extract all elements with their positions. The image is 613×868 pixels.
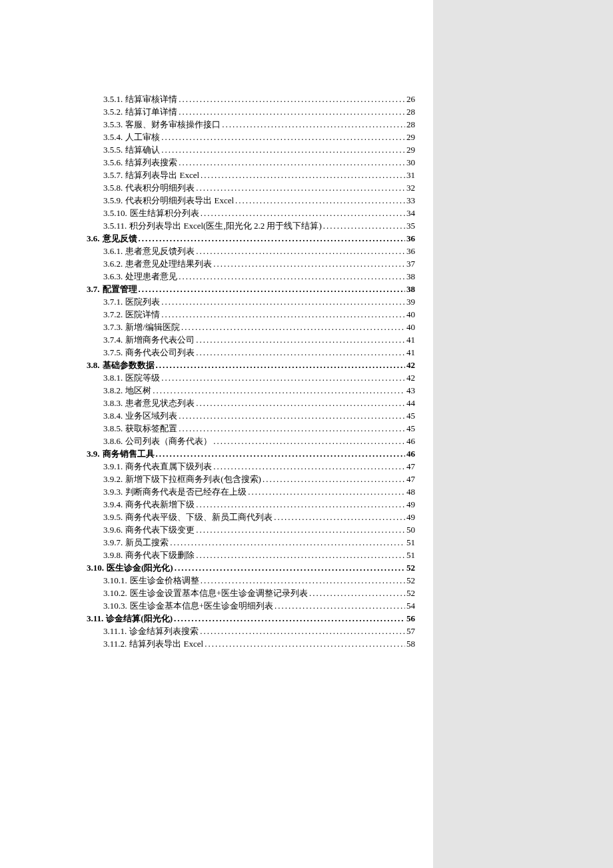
toc-leader-dots: ........................................… xyxy=(196,347,405,359)
toc-entry[interactable]: 3.11.1.诊金结算列表搜索.........................… xyxy=(13,625,420,637)
toc-entry[interactable]: 3.7.2.医院详情..............................… xyxy=(13,309,420,321)
toc-entry[interactable]: 3.9.8.商务代表下级删除..........................… xyxy=(13,549,420,561)
toc-leader-dots: ........................................… xyxy=(309,587,405,599)
toc-number: 3.10.2. xyxy=(103,587,127,599)
toc-leader-dots: ........................................… xyxy=(179,93,405,105)
toc-number: 3.7.3. xyxy=(103,321,123,333)
toc-entry[interactable]: 3.7.1.医院列表..............................… xyxy=(13,296,420,308)
toc-leader-dots: ........................................… xyxy=(274,511,405,523)
toc-entry[interactable]: 3.8.4.业务区域列表............................… xyxy=(13,410,420,422)
toc-entry[interactable]: 3.9.4.商务代表新增下级..........................… xyxy=(13,499,420,511)
toc-entry[interactable]: 3.9.7.新员工搜索.............................… xyxy=(13,537,420,549)
toc-entry[interactable]: 3.5.3.客服、财务审核操作接口.......................… xyxy=(13,119,420,131)
toc-page-number: 37 xyxy=(406,258,420,270)
toc-entry[interactable]: 3.5.5.结算确认..............................… xyxy=(13,144,420,156)
toc-entry[interactable]: 3.7.配置管理................................… xyxy=(13,283,420,295)
toc-number: 3.7. xyxy=(87,283,100,295)
toc-entry[interactable]: 3.10.1.医生诊金价格调整.........................… xyxy=(13,575,420,587)
toc-entry[interactable]: 3.10.2.医生诊金设置基本信息+医生诊金调整记录列表............… xyxy=(13,587,420,599)
toc-number: 3.5.2. xyxy=(103,106,123,118)
toc-entry[interactable]: 3.6.3.处理患者意见............................… xyxy=(13,271,420,283)
toc-number: 3.10.1. xyxy=(103,575,127,587)
toc-leader-dots: ........................................… xyxy=(200,625,405,637)
toc-number: 3.5.7. xyxy=(103,169,123,181)
toc-page-number: 43 xyxy=(406,385,420,397)
toc-entry[interactable]: 3.8.6.公司列表（商务代表）........................… xyxy=(13,435,420,447)
toc-entry[interactable]: 3.10.医生诊金(阳光化)..........................… xyxy=(13,562,420,574)
toc-leader-dots: ........................................… xyxy=(222,119,405,131)
toc-entry[interactable]: 3.11.2.结算列表导出 Excel.....................… xyxy=(13,638,420,650)
toc-page-number: 34 xyxy=(406,207,420,219)
toc-page-number: 52 xyxy=(406,587,420,599)
toc-title: 客服、财务审核操作接口 xyxy=(125,119,221,131)
toc-entry[interactable]: 3.9.商务销售工具..............................… xyxy=(13,448,420,460)
toc-title: 公司列表（商务代表） xyxy=(125,435,212,447)
document-page: 3.5.1.结算审核详情............................… xyxy=(0,0,433,868)
toc-number: 3.9.5. xyxy=(103,511,123,523)
toc-entry[interactable]: 3.10.3.医生诊金基本信息+医生诊金明细列表................… xyxy=(13,600,420,612)
toc-number: 3.9.4. xyxy=(103,499,123,511)
toc-title: 商务代表下级删除 xyxy=(125,549,195,561)
page-shadow xyxy=(433,0,613,868)
toc-entry[interactable]: 3.5.11.积分列表导出 Excel(医生,阳光化 2.2 用于线下结算)..… xyxy=(13,220,420,232)
toc-entry[interactable]: 3.5.7.结算列表导出 Excel......................… xyxy=(13,169,420,181)
toc-page-number: 58 xyxy=(406,638,420,650)
toc-entry[interactable]: 3.5.2.结算订单详情............................… xyxy=(13,106,420,118)
toc-leader-dots: ........................................… xyxy=(156,448,406,460)
toc-page-number: 40 xyxy=(406,309,420,321)
toc-leader-dots: ........................................… xyxy=(175,562,405,574)
toc-number: 3.11.1. xyxy=(103,625,127,637)
toc-title: 代表积分明细列表 xyxy=(125,182,195,194)
toc-entry[interactable]: 3.9.3.判断商务代表是否已经存在上级....................… xyxy=(13,486,420,498)
toc-leader-dots: ........................................… xyxy=(275,600,405,612)
toc-entry[interactable]: 3.5.6.结算列表搜索............................… xyxy=(13,157,420,169)
toc-leader-dots: ........................................… xyxy=(235,195,405,207)
toc-entry[interactable]: 3.8.5.获取标签配置............................… xyxy=(13,423,420,435)
toc-entry[interactable]: 3.5.4.人工审核..............................… xyxy=(13,131,420,143)
toc-leader-dots: ........................................… xyxy=(161,144,405,156)
toc-title: 结算确认 xyxy=(125,144,160,156)
toc-entry[interactable]: 3.9.1.商务代表直属下级列表........................… xyxy=(13,461,420,473)
toc-leader-dots: ........................................… xyxy=(179,157,405,169)
toc-entry[interactable]: 3.8.基础参数数据..............................… xyxy=(13,359,420,371)
toc-page-number: 52 xyxy=(406,575,420,587)
toc-entry[interactable]: 3.8.3.患者意见状态列表..........................… xyxy=(13,397,420,409)
toc-number: 3.11.2. xyxy=(103,638,127,650)
toc-entry[interactable]: 3.6.2.患者意见处理结果列表........................… xyxy=(13,258,420,270)
toc-entry[interactable]: 3.7.3.新增/编辑医院...........................… xyxy=(13,321,420,333)
toc-number: 3.9.1. xyxy=(103,461,123,473)
toc-page-number: 40 xyxy=(406,321,420,333)
toc-page-number: 49 xyxy=(406,499,420,511)
toc-entry[interactable]: 3.11.诊金结算(阳光化)..........................… xyxy=(13,613,420,625)
toc-leader-dots: ........................................… xyxy=(139,283,406,295)
toc-entry[interactable]: 3.5.10.医生结算积分列表.........................… xyxy=(13,207,420,219)
toc-entry[interactable]: 3.5.9.代表积分明细列表导出 Excel..................… xyxy=(13,195,420,207)
toc-title: 结算列表导出 Excel xyxy=(125,169,199,181)
toc-number: 3.8.6. xyxy=(103,435,123,447)
toc-leader-dots: ........................................… xyxy=(161,309,405,321)
toc-entry[interactable]: 3.7.5.商务代表公司列表..........................… xyxy=(13,347,420,359)
toc-number: 3.6.3. xyxy=(103,271,123,283)
toc-page-number: 57 xyxy=(406,625,420,637)
toc-entry[interactable]: 3.9.2.新增下级下拉框商务列表(包含搜索).................… xyxy=(13,473,420,485)
toc-entry[interactable]: 3.6.1.患者意见反馈列表..........................… xyxy=(13,245,420,257)
toc-entry[interactable]: 3.5.8.代表积分明细列表..........................… xyxy=(13,182,420,194)
toc-entry[interactable]: 3.7.4.新增商务代表公司..........................… xyxy=(13,334,420,346)
toc-title: 患者意见处理结果列表 xyxy=(125,258,212,270)
toc-title: 新增/编辑医院 xyxy=(125,321,180,333)
toc-page-number: 28 xyxy=(406,106,420,118)
toc-title: 结算订单详情 xyxy=(125,106,177,118)
toc-entry[interactable]: 3.8.1.医院等级..............................… xyxy=(13,372,420,384)
toc-title: 人工审核 xyxy=(125,131,160,143)
toc-page-number: 29 xyxy=(406,144,420,156)
toc-page-number: 28 xyxy=(406,119,420,131)
toc-leader-dots: ........................................… xyxy=(201,575,405,587)
toc-entry[interactable]: 3.9.5.商务代表平级、下级、新员工商代列表.................… xyxy=(13,511,420,523)
toc-number: 3.5.6. xyxy=(103,157,123,169)
toc-entry[interactable]: 3.5.1.结算审核详情............................… xyxy=(13,93,420,105)
toc-leader-dots: ........................................… xyxy=(179,106,405,118)
toc-entry[interactable]: 3.6.意见反馈................................… xyxy=(13,233,420,245)
toc-number: 3.5.5. xyxy=(103,144,123,156)
toc-entry[interactable]: 3.8.2.地区树...............................… xyxy=(13,385,420,397)
toc-entry[interactable]: 3.9.6.商务代表下级变更..........................… xyxy=(13,524,420,536)
